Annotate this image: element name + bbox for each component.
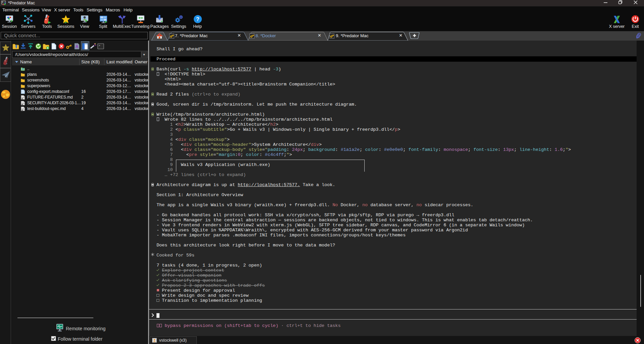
svg-text:?: ? (196, 16, 199, 22)
svg-text:>: > (99, 44, 100, 47)
svg-text:A: A (76, 44, 79, 49)
